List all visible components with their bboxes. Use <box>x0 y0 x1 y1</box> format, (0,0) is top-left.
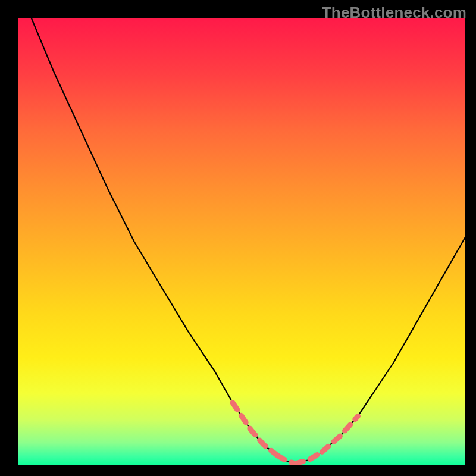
watermark-text: TheBottleneck.com <box>322 4 466 22</box>
curve-paths <box>32 18 465 464</box>
chart-frame: TheBottleneck.com <box>0 0 476 476</box>
dash-region-1 <box>277 456 295 464</box>
curve-right-branch <box>295 237 465 464</box>
dash-region-2 <box>295 452 322 464</box>
plot-area <box>18 18 465 465</box>
curve-layer <box>18 18 465 465</box>
dash-markers <box>233 403 358 464</box>
dash-region-0 <box>233 403 277 456</box>
curve-left-branch <box>32 18 296 464</box>
